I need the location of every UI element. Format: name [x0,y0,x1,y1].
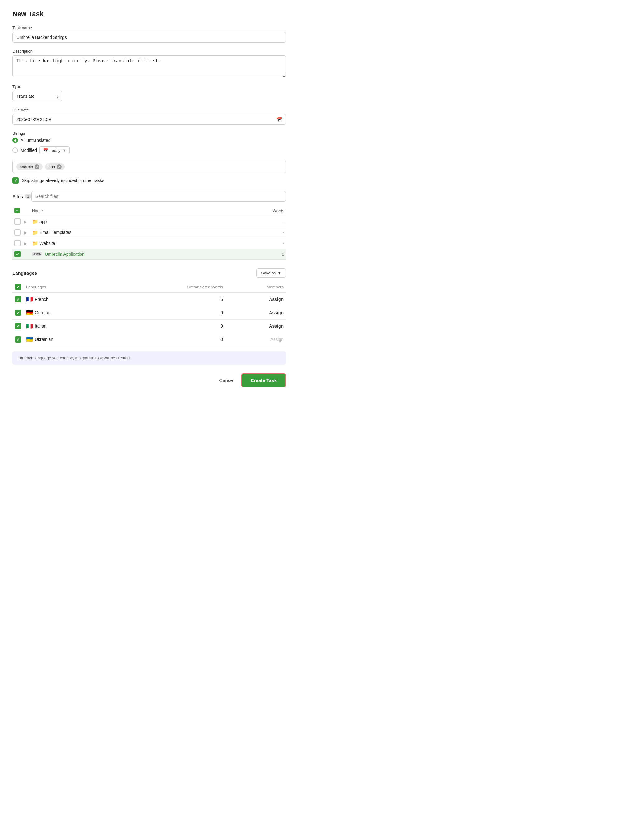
all-untranslated-radio[interactable] [13,137,18,143]
file-checkbox-app[interactable] [14,218,20,225]
modified-radio[interactable] [13,147,18,153]
lang-checkbox-ukrainian[interactable] [15,336,21,343]
table-row: ▶ 📁 app - [13,216,286,227]
folder-icon: 📁 [32,219,38,225]
assign-link-french[interactable]: Assign [269,297,283,302]
cancel-button[interactable]: Cancel [217,374,236,386]
lang-name-german: German [35,310,51,315]
languages-title: Languages [13,270,37,276]
files-header-left: Files 1 [13,194,31,199]
folder-icon: 📁 [32,240,38,246]
lang-untranslated-italian: 9 [113,319,225,333]
due-date-wrap: 📅 [13,114,286,125]
save-as-label: Save as [261,271,276,275]
badge-chevron-icon: ▼ [63,148,66,152]
list-item: 🇫🇷 French 6 Assign [13,293,286,306]
files-col-expand-header [22,205,30,216]
expand-arrow-icon[interactable]: ▶ [24,242,27,246]
footer-actions: Cancel Create Task [13,373,286,387]
tag-app-label: app [48,164,55,169]
assign-link-ukrainian[interactable]: Assign [271,337,283,342]
all-untranslated-label[interactable]: All untranslated [20,138,51,143]
files-col-check-header: − [13,205,22,216]
lang-col-name-header: Languages [24,281,113,293]
skip-checkbox[interactable] [13,177,19,183]
flag-ukrainian: 🇺🇦 [26,336,33,343]
lang-untranslated-ukrainian: 0 [113,333,225,346]
file-checkbox-umbrella[interactable] [14,251,20,257]
description-field-group: Description This file has high priority.… [13,49,286,78]
task-name-label: Task name [13,25,286,30]
assign-link-german[interactable]: Assign [269,310,283,315]
description-input[interactable]: This file has high priority. Please tran… [13,55,286,77]
files-header: Files 1 [13,191,286,202]
file-checkbox-email[interactable] [14,229,20,235]
expand-arrow-icon[interactable]: ▶ [24,219,27,224]
languages-header: Languages Save as ▼ [13,268,286,278]
files-deselect-all-btn[interactable]: − [14,208,20,213]
search-files-input[interactable] [31,191,286,202]
tag-android: android ✕ [16,163,43,170]
assign-link-italian[interactable]: Assign [269,324,283,328]
type-field-group: Type Translate Review Proofread ⇕ [13,84,286,101]
lang-checkbox-german[interactable] [15,309,21,316]
badge-calendar-icon: 📅 [43,148,48,153]
file-name-app: 📁 app [30,216,261,227]
files-table: − Name Words ▶ [13,205,286,260]
file-words-app: - [261,216,286,227]
type-select-wrap: Translate Review Proofread ⇕ [13,91,62,101]
list-item: 🇮🇹 Italian 9 Assign [13,319,286,333]
lang-select-all-checkbox[interactable] [15,284,21,290]
save-as-button[interactable]: Save as ▼ [257,268,286,278]
json-badge: JSON [32,252,42,256]
file-checkbox-website[interactable] [14,240,20,246]
strings-label: Strings [13,131,286,136]
languages-section: Languages Save as ▼ Languages Untranslat… [13,268,286,365]
tag-app-remove[interactable]: ✕ [57,164,61,169]
lang-checkbox-french[interactable] [15,296,21,302]
flag-french: 🇫🇷 [26,296,33,303]
calendar-icon[interactable]: 📅 [276,117,282,123]
strings-section: Strings All untranslated Modified 📅 Toda… [13,131,286,154]
tag-android-remove[interactable]: ✕ [35,164,39,169]
skip-label: Skip strings already included in other t… [22,178,104,183]
date-badge[interactable]: 📅 Today ▼ [39,146,70,154]
flag-italian: 🇮🇹 [26,323,33,330]
lang-col-untranslated-header: Untranslated Words [113,281,225,293]
table-row: ▶ 📁 Email Templates - [13,227,286,238]
flag-german: 🇩🇪 [26,309,33,316]
tag-app: app ✕ [45,163,65,170]
due-date-input[interactable] [13,114,286,125]
save-as-chevron-icon: ▼ [277,271,281,275]
tags-row: android ✕ app ✕ [13,161,286,173]
lang-col-check-header [13,281,24,293]
skip-row: Skip strings already included in other t… [13,177,286,183]
lang-untranslated-german: 9 [113,306,225,319]
languages-table: Languages Untranslated Words Members 🇫🇷 [13,281,286,346]
create-task-button[interactable]: Create Task [241,373,286,387]
task-name-input[interactable] [13,32,286,43]
files-section: Files 1 − Name Words [13,191,286,260]
lang-untranslated-french: 6 [113,293,225,306]
lang-name-italian: Italian [35,324,46,328]
files-count: 1 [25,194,31,199]
info-box-text: For each language you choose, a separate… [17,355,130,360]
list-item: 🇩🇪 German 9 Assign [13,306,286,319]
files-title: Files [13,194,23,199]
type-select[interactable]: Translate Review Proofread [13,91,62,101]
lang-col-members-header: Members [225,281,286,293]
lang-name-french: French [35,297,49,302]
modified-label[interactable]: Modified [20,148,37,153]
tag-android-label: android [20,164,33,169]
table-row: ▶ 📁 Website - [13,238,286,249]
info-box: For each language you choose, a separate… [13,351,286,365]
modified-radio-row: Modified 📅 Today ▼ [13,146,286,154]
due-date-field-group: Due date 📅 [13,107,286,125]
expand-arrow-icon[interactable]: ▶ [24,231,27,235]
lang-checkbox-italian[interactable] [15,323,21,329]
folder-icon: 📁 [32,230,38,235]
type-label: Type [13,84,286,89]
files-table-header-row: − Name Words [13,205,286,216]
page-title: New Task [13,10,286,18]
task-name-field-group: Task name [13,25,286,43]
